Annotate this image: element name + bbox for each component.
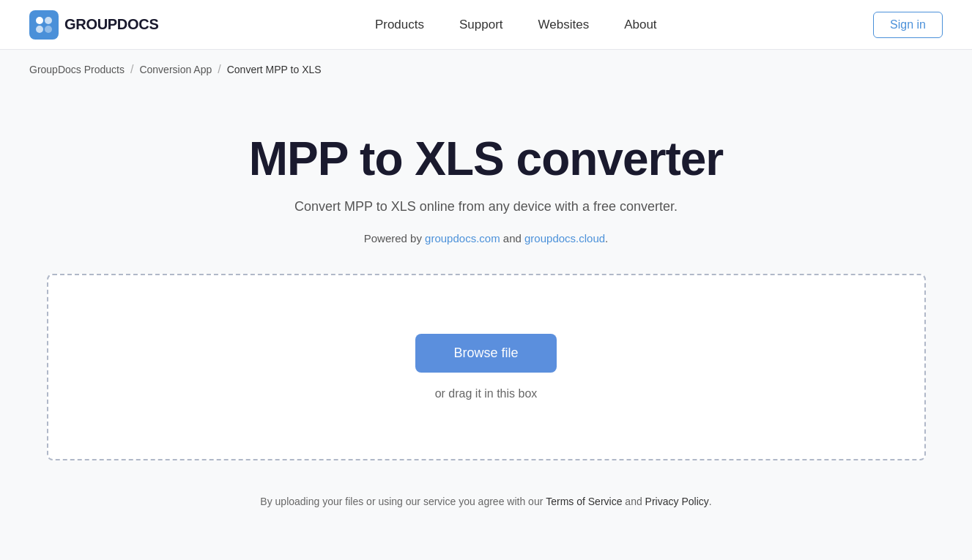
svg-point-1: [36, 17, 43, 24]
powered-by-suffix: .: [605, 232, 608, 244]
page-title: MPP to XLS converter: [249, 133, 723, 184]
nav-websites[interactable]: Websites: [538, 18, 590, 32]
drop-zone[interactable]: Browse file or drag it in this box: [47, 274, 926, 460]
privacy-policy-link[interactable]: Privacy Policy: [645, 496, 709, 507]
drag-text: or drag it in this box: [435, 387, 538, 400]
breadcrumb-separator-2: /: [218, 63, 220, 76]
svg-point-3: [36, 26, 43, 33]
header: GROUPDOCS Products Support Websites Abou…: [0, 0, 972, 50]
nav-products[interactable]: Products: [375, 18, 424, 32]
terms-of-service-link[interactable]: Terms of Service: [546, 496, 622, 507]
footer-and: and: [622, 496, 645, 507]
browse-file-button[interactable]: Browse file: [415, 334, 556, 373]
svg-point-2: [45, 17, 52, 24]
breadcrumb-separator-1: /: [130, 63, 133, 76]
logo-text: GROUPDOCS: [64, 16, 158, 33]
page-subtitle: Convert MPP to XLS online from any devic…: [294, 199, 678, 214]
groupdocs-com-link[interactable]: groupdocs.com: [425, 232, 500, 244]
main-nav: Products Support Websites About: [375, 18, 657, 32]
breadcrumb-current: Convert MPP to XLS: [227, 64, 322, 75]
breadcrumb: GroupDocs Products / Conversion App / Co…: [0, 50, 972, 89]
logo-area[interactable]: GROUPDOCS: [29, 10, 158, 40]
nav-about[interactable]: About: [624, 18, 656, 32]
breadcrumb-groupdocs[interactable]: GroupDocs Products: [29, 64, 125, 75]
footer: By uploading your files or using our ser…: [260, 496, 711, 529]
footer-prefix: By uploading your files or using our ser…: [260, 496, 546, 507]
groupdocs-cloud-link[interactable]: groupdocs.cloud: [524, 232, 605, 244]
nav-support[interactable]: Support: [459, 18, 503, 32]
breadcrumb-conversion[interactable]: Conversion App: [139, 64, 212, 75]
groupdocs-logo-icon: [29, 10, 59, 40]
footer-suffix: .: [709, 496, 712, 507]
main-content: MPP to XLS converter Convert MPP to XLS …: [0, 89, 972, 559]
powered-by-and: and: [500, 232, 524, 244]
powered-by: Powered by groupdocs.com and groupdocs.c…: [364, 232, 609, 244]
svg-rect-0: [29, 10, 59, 40]
sign-in-button[interactable]: Sign in: [873, 12, 943, 38]
svg-point-4: [45, 26, 52, 33]
powered-by-prefix: Powered by: [364, 232, 425, 244]
